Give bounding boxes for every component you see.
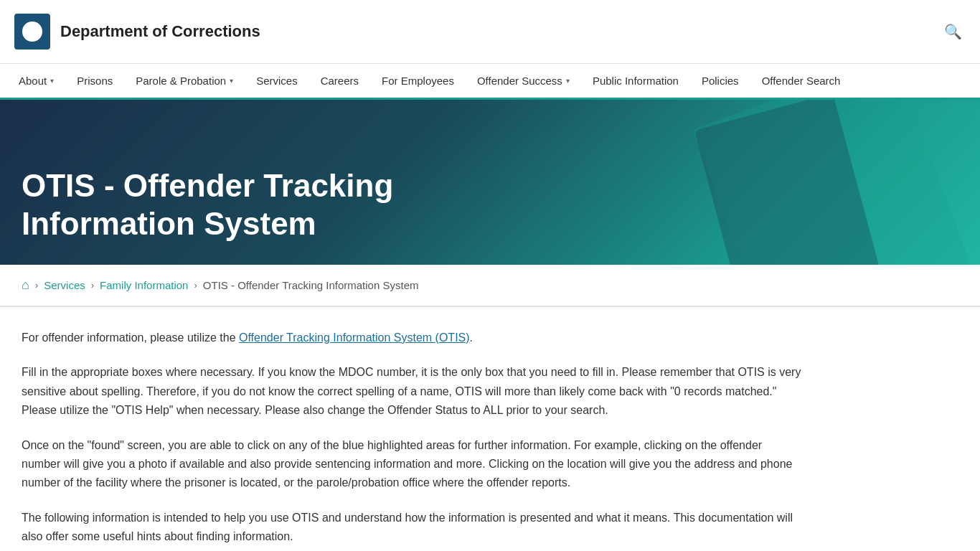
nav-item-parole[interactable]: Parole & Probation ▾ bbox=[124, 64, 245, 98]
breadcrumb-sep-2: › bbox=[91, 280, 94, 291]
breadcrumb: ⌂ › Services › Family Information › OTIS… bbox=[0, 265, 980, 307]
nav-label-employees: For Employees bbox=[382, 75, 454, 87]
breadcrumb-current: OTIS - Offender Tracking Information Sys… bbox=[203, 279, 419, 291]
nav-label-prisons: Prisons bbox=[77, 75, 113, 87]
main-nav: About ▾ Prisons Parole & Probation ▾ Ser… bbox=[0, 64, 980, 100]
chevron-down-icon-parole: ▾ bbox=[230, 77, 233, 85]
otis-link[interactable]: Offender Tracking Information System (OT… bbox=[239, 331, 470, 344]
breadcrumb-family-link[interactable]: Family Information bbox=[100, 279, 188, 291]
nav-item-public-info[interactable]: Public Information bbox=[581, 64, 690, 98]
chevron-down-icon-success: ▾ bbox=[566, 77, 570, 85]
nav-item-prisons[interactable]: Prisons bbox=[65, 64, 124, 98]
logo-link[interactable]: Department of Corrections bbox=[14, 14, 260, 50]
nav-item-offender-search[interactable]: Offender Search bbox=[750, 64, 852, 98]
breadcrumb-services-link[interactable]: Services bbox=[44, 279, 85, 291]
nav-label-careers: Careers bbox=[321, 75, 359, 87]
content-paragraph-2: Fill in the appropriate boxes where nece… bbox=[22, 363, 804, 420]
nav-item-offender-success[interactable]: Offender Success ▾ bbox=[466, 64, 581, 98]
content-paragraph-3: Once on the "found" screen, you are able… bbox=[22, 436, 804, 493]
nav-label-offender-success: Offender Success bbox=[477, 75, 562, 87]
nav-label-parole: Parole & Probation bbox=[136, 75, 226, 87]
logo-icon bbox=[14, 14, 50, 50]
nav-item-employees[interactable]: For Employees bbox=[370, 64, 466, 98]
breadcrumb-sep-3: › bbox=[194, 280, 197, 291]
nav-label-about: About bbox=[19, 75, 47, 87]
site-title: Department of Corrections bbox=[60, 22, 260, 41]
nav-label-public-info: Public Information bbox=[593, 75, 679, 87]
breadcrumb-sep-1: › bbox=[35, 280, 38, 291]
hero-banner: OTIS - Offender Tracking Information Sys… bbox=[0, 100, 980, 265]
para1-suffix: . bbox=[470, 331, 473, 344]
nav-label-offender-search: Offender Search bbox=[762, 75, 841, 87]
nav-label-services: Services bbox=[256, 75, 298, 87]
nav-item-services[interactable]: Services bbox=[245, 64, 309, 98]
nav-item-policies[interactable]: Policies bbox=[690, 64, 750, 98]
hero-title: OTIS - Offender Tracking Information Sys… bbox=[22, 167, 452, 243]
nav-label-policies: Policies bbox=[702, 75, 739, 87]
logo-svg bbox=[19, 19, 45, 44]
nav-item-careers[interactable]: Careers bbox=[309, 64, 370, 98]
nav-item-about[interactable]: About ▾ bbox=[7, 64, 65, 98]
site-header: Department of Corrections 🔍 bbox=[0, 0, 980, 64]
content-paragraph-4: The following information is intended to… bbox=[22, 509, 804, 547]
chevron-down-icon: ▾ bbox=[50, 77, 54, 85]
search-icon[interactable]: 🔍 bbox=[940, 19, 966, 44]
breadcrumb-home-icon[interactable]: ⌂ bbox=[22, 278, 29, 293]
content-paragraph-1: For offender information, please utilize… bbox=[22, 329, 804, 347]
main-content: For offender information, please utilize… bbox=[0, 307, 825, 551]
para1-prefix: For offender information, please utilize… bbox=[22, 331, 239, 344]
